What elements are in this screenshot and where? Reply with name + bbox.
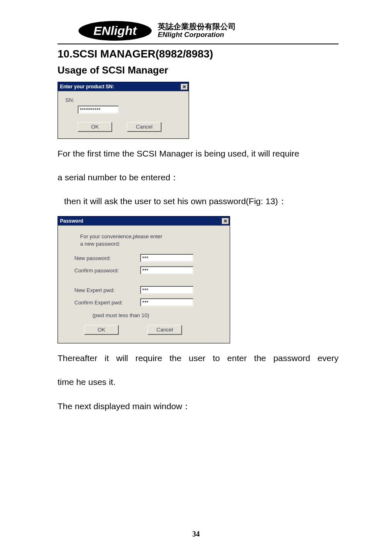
logo-en: ENlight Corporation [158,31,236,39]
ok-button[interactable]: OK [78,122,112,132]
paragraph-1-line2: a serial number to be entered： [58,168,339,187]
confirm-password-input[interactable] [140,266,194,274]
new-password-label: New password: [74,255,140,261]
paragraph-4: The next displayed main window： [58,397,339,415]
password-dialog-titlebar: Password ✕ [58,216,230,226]
paragraph-3-line1: Thereafter it will require the user to e… [58,349,339,367]
section-title: 10.SCSI MANAGER(8982/8983) [58,48,339,60]
svg-text:ENlight: ENlight [94,24,138,37]
paragraph-2: then it will ask the user to set his own… [64,192,339,210]
paragraph-3-line2: time he uses it. [58,373,339,391]
new-expert-password-input[interactable] [140,286,194,294]
password-intro-line1: For your convenience,please enter [80,233,162,240]
password-intro-line2: a new password: [80,241,120,247]
confirm-expert-password-label: Confirm Expert pwd: [74,299,140,306]
close-icon[interactable]: ✕ [181,84,188,90]
page-number: 34 [0,530,392,539]
sn-input[interactable] [78,106,119,114]
sn-dialog-title: Enter your product SN: [60,84,114,90]
logo-text: 英誌企業股份有限公司 ENlight Corporation [158,23,236,39]
password-dialog-intro: For your convenience,please enter a new … [80,233,220,247]
password-hint: (pwd must less than 10) [92,312,220,318]
sn-dialog-titlebar: Enter your product SN: ✕ [58,82,189,91]
confirm-password-label: Confirm password: [74,267,140,274]
close-icon[interactable]: ✕ [222,218,229,224]
password-dialog: Password ✕ For your convenience,please e… [58,216,230,343]
header-divider [58,44,339,44]
ok-button[interactable]: OK [84,325,119,335]
new-password-input[interactable] [140,254,194,262]
cancel-button[interactable]: Cancel [127,122,161,132]
paragraph-1-line1: For the first time the SCSI Manager is b… [58,145,339,163]
logo-cn: 英誌企業股份有限公司 [158,23,236,31]
enlight-logo-icon: ENlight [78,21,152,41]
header-logo-block: ENlight 英誌企業股份有限公司 ENlight Corporation [58,21,339,41]
password-dialog-title: Password [60,218,83,224]
cancel-button[interactable]: Cancel [148,325,182,335]
confirm-expert-password-input[interactable] [140,298,194,306]
sn-label: SN: [65,97,77,103]
new-expert-password-label: New Expert pwd: [74,287,140,293]
sn-dialog: Enter your product SN: ✕ SN: OK Cancel [58,82,189,139]
sub-title: Usage of SCSI Manager [58,64,339,76]
